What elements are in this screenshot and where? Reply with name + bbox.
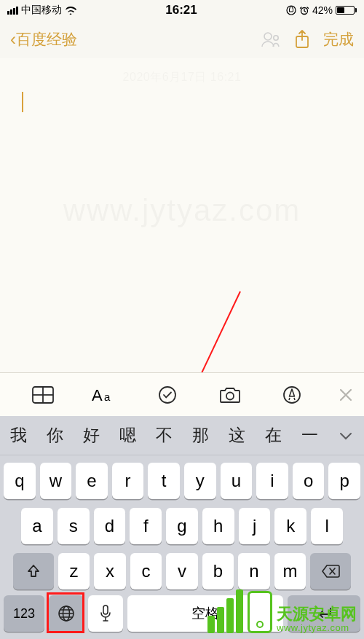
note-editor[interactable]: 2020年6月17日 16:21 www.jytyaz.com [0,58,364,372]
candidate[interactable]: 在 [255,424,291,447]
key-q[interactable]: q [4,463,36,499]
key-o[interactable]: o [293,463,325,499]
orientation-lock-icon [286,5,296,15]
status-right: 42% [286,4,357,16]
badge-title: 天源安卓网 [277,605,357,623]
candidate[interactable]: 不 [146,424,182,447]
battery-pct-label: 42% [312,4,333,16]
checklist-button[interactable] [136,385,199,404]
key-h[interactable]: h [202,508,234,544]
svg-text:a: a [104,391,111,403]
candidate[interactable]: 我 [0,424,36,447]
key-y[interactable]: y [184,463,216,499]
key-row-2: a s d f g h j k l [4,508,360,544]
key-i[interactable]: i [256,463,288,499]
watermark-text: www.jytyaz.com [0,193,364,228]
svg-point-2 [264,33,272,40]
key-s[interactable]: s [58,508,90,544]
text-cursor [22,92,23,112]
key-row-1: q w e r t y u i o p [4,463,360,499]
candidate[interactable]: 一 [291,424,328,447]
done-button[interactable]: 完成 [323,29,354,50]
key-x[interactable]: x [94,553,126,589]
key-w[interactable]: w [40,463,72,499]
key-g[interactable]: g [166,508,198,544]
key-f[interactable]: f [130,508,162,544]
note-timestamp: 2020年6月17日 16:21 [22,66,342,85]
candidate-bar: 我 你 好 嗯 不 那 这 在 一 [0,416,364,455]
format-toolbar: Aa [0,372,364,416]
badge-url: www.jytyaz.com [277,623,349,633]
svg-rect-18 [103,605,108,614]
source-badge: 天源安卓网 www.jytyaz.com [200,585,364,639]
svg-point-12 [159,387,175,403]
candidate[interactable]: 这 [218,424,255,447]
camera-button[interactable] [199,386,261,404]
wifi-icon [65,6,76,15]
status-bar: 中国移动 16:21 42% [0,0,364,20]
battery-icon [336,6,357,15]
svg-point-0 [287,6,296,15]
badge-bars-icon [207,589,243,633]
signal-icon [7,7,18,15]
textstyle-button[interactable]: Aa [74,386,137,404]
svg-point-3 [274,36,278,40]
candidate[interactable]: 那 [182,424,218,447]
key-z[interactable]: z [58,553,90,589]
phone-icon [248,591,272,633]
markup-button[interactable] [261,385,323,404]
shift-key[interactable] [13,553,54,589]
key-k[interactable]: k [274,508,306,544]
key-p[interactable]: p [328,463,360,499]
status-time: 16:21 [165,3,197,17]
key-j[interactable]: j [239,508,271,544]
svg-text:A: A [92,386,103,404]
candidate[interactable]: 嗯 [109,424,146,447]
key-t[interactable]: t [148,463,180,499]
back-label: 百度经验 [16,29,77,50]
key-r[interactable]: r [112,463,144,499]
key-l[interactable]: l [311,508,343,544]
key-e[interactable]: e [76,463,108,499]
key-c[interactable]: c [130,553,162,589]
candidate[interactable]: 你 [36,424,73,447]
alarm-icon [299,5,309,15]
close-toolbar-button[interactable] [323,388,352,401]
table-button[interactable] [12,386,74,404]
candidate[interactable]: 好 [73,424,109,447]
numeric-key[interactable]: 123 [4,595,44,632]
key-b[interactable]: b [202,553,234,589]
share-button[interactable] [294,29,310,50]
nav-bar: ‹ 百度经验 完成 [0,20,364,58]
key-a[interactable]: a [21,508,53,544]
dictation-key[interactable] [88,595,123,632]
chevron-left-icon: ‹ [10,31,16,48]
svg-point-13 [226,392,234,399]
backspace-key[interactable] [310,553,351,589]
collaborator-icon[interactable] [261,31,281,48]
status-left: 中国移动 [7,4,76,17]
key-v[interactable]: v [166,553,198,589]
key-row-3: z x c v b n m [4,553,360,589]
annotation-arrow [0,58,364,372]
globe-key[interactable] [49,595,84,632]
key-d[interactable]: d [94,508,126,544]
carrier-label: 中国移动 [21,4,62,17]
key-n[interactable]: n [238,553,270,589]
back-button[interactable]: ‹ 百度经验 [10,29,77,50]
key-m[interactable]: m [274,553,306,589]
svg-line-5 [84,291,240,372]
key-u[interactable]: u [221,463,253,499]
candidate-expand[interactable] [328,431,364,440]
